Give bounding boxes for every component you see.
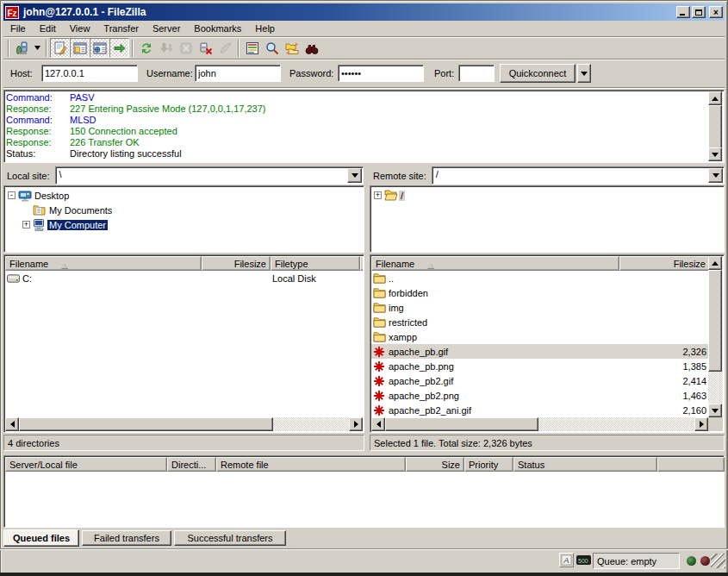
synchronized-browsing-button[interactable]: [282, 38, 302, 58]
folder-icon: [373, 302, 389, 313]
menu-edit[interactable]: Edit: [33, 22, 63, 35]
scrollbar-thumb[interactable]: [708, 105, 722, 149]
directory-comparison-button[interactable]: [262, 38, 282, 58]
menu-transfer[interactable]: Transfer: [96, 22, 146, 35]
scroll-down-button[interactable]: [708, 404, 722, 417]
maximize-button[interactable]: [692, 6, 706, 18]
menu-view[interactable]: View: [63, 22, 97, 35]
quickconnect-dropdown-button[interactable]: [577, 64, 591, 83]
image-file-icon: [373, 346, 389, 358]
datatype-ascii-icon[interactable]: A: [559, 553, 574, 567]
toggle-remote-tree-button[interactable]: [90, 38, 109, 58]
arrow-left-icon: [7, 421, 15, 428]
remote-file-row[interactable]: xampp: [371, 329, 710, 344]
remote-file-row[interactable]: apache_pb2.gif2,414: [371, 373, 710, 388]
find-files-icon: [305, 41, 319, 55]
site-manager-dropdown-button[interactable]: [32, 38, 43, 58]
combo-dropdown-button[interactable]: [347, 168, 362, 183]
remote-file-row[interactable]: restricted: [371, 315, 710, 329]
column-header-remote-file[interactable]: Remote file: [216, 457, 406, 472]
tree-item-my-computer[interactable]: +My Computer: [5, 217, 363, 232]
column-header-status[interactable]: Status: [513, 457, 657, 472]
remote-file-row[interactable]: apache_pb.gif2,326: [371, 344, 710, 359]
toggle-local-tree-button[interactable]: [70, 38, 90, 58]
scroll-right-button[interactable]: [349, 417, 363, 431]
expand-toggle[interactable]: +: [374, 191, 382, 199]
scrollbar-thumb[interactable]: [385, 417, 538, 431]
toolbar-separator: [46, 40, 47, 57]
menu-bookmarks[interactable]: Bookmarks: [187, 22, 248, 35]
close-button[interactable]: ×: [709, 6, 723, 18]
password-label: Password:: [289, 68, 333, 78]
column-header-l[interactable]: L: [360, 256, 363, 271]
arrow-right-icon: [354, 421, 362, 428]
file-name-cell: apache_pb.png: [371, 360, 619, 373]
tree-item-[interactable]: +/: [371, 188, 723, 203]
password-input[interactable]: [338, 65, 424, 82]
menu-server[interactable]: Server: [146, 22, 187, 35]
scroll-left-button[interactable]: [5, 417, 19, 431]
local-file-list: FilenameFilesizeFiletypeL C:Local Disk: [3, 254, 364, 433]
resize-grip[interactable]: [711, 554, 725, 568]
quickconnect-button[interactable]: Quickconnect: [500, 64, 576, 83]
scrollbar-thumb[interactable]: [19, 417, 273, 431]
file-name: xampp: [389, 332, 417, 342]
tree-item-my-documents[interactable]: My Documents: [5, 203, 363, 217]
scroll-down-button[interactable]: [708, 147, 722, 161]
column-header-directi[interactable]: Directi...: [167, 457, 216, 472]
column-header-server-local-file[interactable]: Server/Local file: [5, 457, 167, 472]
file-name-cell: apache_pb.gif: [371, 346, 619, 358]
tree-item-desktop[interactable]: -Desktop: [5, 188, 363, 203]
scroll-right-button[interactable]: [694, 417, 708, 431]
minimize-button[interactable]: [676, 6, 690, 18]
local-site-combo[interactable]: \: [55, 166, 364, 185]
site-manager-button[interactable]: [12, 38, 32, 58]
column-header-filesize[interactable]: Filesize: [619, 256, 710, 271]
find-files-button[interactable]: [302, 38, 321, 58]
column-header-label: Size: [442, 460, 460, 470]
port-input[interactable]: [458, 65, 495, 82]
username-input[interactable]: [195, 65, 281, 82]
local-horizontal-scrollbar[interactable]: [5, 417, 363, 431]
desktop-icon: [18, 190, 33, 202]
host-input[interactable]: [41, 65, 138, 82]
remote-file-row[interactable]: forbidden: [371, 285, 710, 300]
remote-file-row[interactable]: apache_pb2_ani.gif2,160: [371, 403, 710, 416]
column-header-filename[interactable]: Filename: [5, 256, 202, 271]
column-header-filesize[interactable]: Filesize: [202, 256, 271, 271]
tab-failed-transfers[interactable]: Failed transfers: [82, 530, 171, 546]
scroll-left-button[interactable]: [371, 417, 385, 431]
column-header-priority[interactable]: Priority: [464, 457, 513, 472]
filter-button[interactable]: [242, 38, 262, 58]
remote-horizontal-scrollbar[interactable]: [371, 417, 708, 431]
combo-dropdown-button[interactable]: [708, 168, 723, 183]
remote-file-row[interactable]: ..: [371, 271, 710, 285]
column-header-filetype[interactable]: Filetype: [271, 256, 360, 271]
menu-file[interactable]: File: [3, 22, 33, 35]
file-name-cell: restricted: [371, 316, 619, 328]
column-header-size[interactable]: Size: [406, 457, 464, 472]
refresh-button[interactable]: [136, 38, 156, 58]
tab-successful-transfers[interactable]: Successful transfers: [174, 530, 286, 546]
file-name: apache_pb2.gif: [389, 376, 453, 386]
log-scrollbar[interactable]: [708, 91, 723, 161]
scroll-up-button[interactable]: [708, 91, 722, 105]
collapse-toggle[interactable]: -: [8, 191, 16, 199]
local-file-row[interactable]: C:Local Disk: [5, 271, 363, 285]
menu-help[interactable]: Help: [248, 22, 282, 35]
disconnect-button[interactable]: [196, 38, 215, 58]
scrollbar-thumb[interactable]: [708, 270, 722, 372]
remote-site-combo[interactable]: /: [432, 166, 725, 185]
remote-vertical-scrollbar[interactable]: [708, 256, 723, 417]
toggle-transfer-queue-button[interactable]: [109, 38, 129, 58]
speedlimit-icon[interactable]: 500: [576, 555, 591, 567]
column-header-filename[interactable]: Filename: [371, 256, 619, 271]
scroll-up-button[interactable]: [708, 256, 722, 270]
column-header-label: Status: [518, 460, 544, 470]
tab-queued-files[interactable]: Queued files: [3, 529, 79, 547]
remote-file-row[interactable]: img: [371, 300, 710, 315]
remote-file-row[interactable]: apache_pb2.png1,463: [371, 388, 710, 403]
expand-toggle[interactable]: +: [22, 221, 30, 229]
toggle-message-log-button[interactable]: [50, 38, 70, 58]
remote-file-row[interactable]: apache_pb.png1,385: [371, 359, 710, 373]
